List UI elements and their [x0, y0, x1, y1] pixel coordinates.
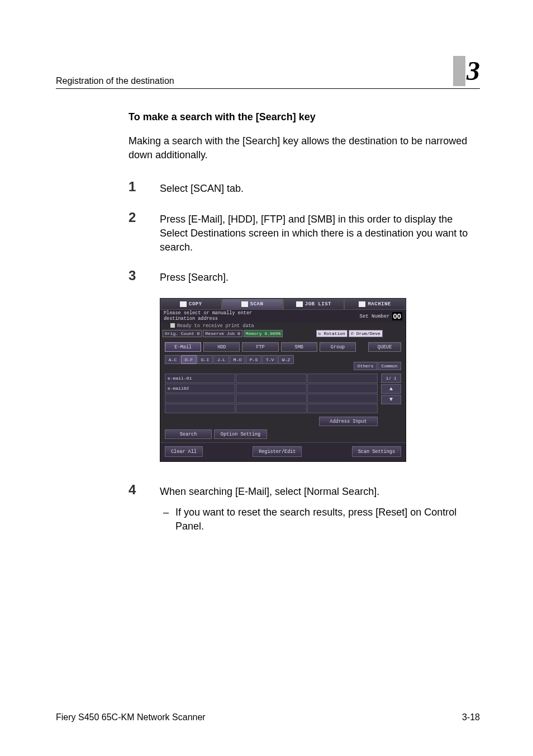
dest-tab-ftp[interactable]: FTP: [242, 342, 278, 352]
alpha-filter[interactable]: A-C: [165, 355, 180, 364]
ready-status: Ready to receive print data: [160, 323, 406, 330]
tab-copy[interactable]: COPY: [160, 299, 222, 310]
step-number: 2: [129, 210, 160, 255]
alpha-filter[interactable]: G-I: [197, 355, 213, 364]
destination-cell[interactable]: [236, 404, 306, 413]
intro-paragraph: Making a search with the [Search] key al…: [129, 134, 480, 162]
destination-cell[interactable]: [165, 404, 235, 413]
scan-icon: [241, 301, 248, 307]
alpha-filter[interactable]: T-V: [262, 355, 278, 364]
page-indicator: 1/ 1: [381, 374, 401, 383]
status-orig-count: Orig. Count 0: [163, 330, 202, 337]
section-heading: To make a search with the [Search] key: [129, 111, 480, 123]
destination-cell[interactable]: [307, 374, 378, 383]
tab-machine[interactable]: MACHINE: [344, 299, 406, 310]
step-text: When searching [E-Mail], select [Normal …: [160, 485, 480, 499]
set-number-label: Set Number: [360, 314, 390, 319]
device-screenshot: COPY SCAN JOB LIST MACHINE Please select…: [160, 298, 406, 462]
chapter-number: 3: [467, 58, 480, 84]
status-drum: ⎚ Drum/Deve: [349, 330, 383, 337]
dest-tab-smb[interactable]: SMB: [281, 342, 317, 352]
step-text: Press [E-Mail], [HDD], [FTP] and [SMB] i…: [160, 210, 480, 255]
dest-tab-hdd[interactable]: HDD: [203, 342, 240, 352]
step-text: Press [Search].: [160, 268, 229, 285]
alpha-filter[interactable]: M-O: [230, 355, 245, 364]
scan-settings-button[interactable]: Scan Settings: [352, 446, 401, 457]
destination-cell[interactable]: [307, 394, 378, 403]
others-button[interactable]: Others: [354, 362, 377, 370]
step-text: Select [SCAN] tab.: [160, 179, 244, 196]
tab-joblist[interactable]: JOB LIST: [283, 299, 345, 310]
destination-cell[interactable]: e-mail02: [165, 384, 235, 393]
status-reserve-job: Reserve Job 0: [203, 330, 242, 337]
bullet-text: If you want to reset the search results,…: [175, 505, 480, 533]
destination-cell[interactable]: [165, 394, 235, 403]
header-section-title: Registration of the destination: [56, 76, 174, 86]
set-number-value: 00: [392, 312, 402, 320]
alpha-filter[interactable]: D-F: [181, 355, 197, 364]
destination-cell[interactable]: [236, 374, 306, 383]
search-button[interactable]: Search: [165, 429, 212, 439]
tab-scan[interactable]: SCAN: [222, 299, 283, 310]
dest-tab-email[interactable]: E-Mail: [165, 342, 201, 352]
queue-button[interactable]: QUEUE: [368, 342, 401, 352]
destination-cell[interactable]: e-mail-01: [165, 374, 235, 383]
destination-cell[interactable]: [236, 384, 306, 393]
alpha-filter[interactable]: W-Z: [278, 355, 294, 364]
step-number: 4: [129, 482, 160, 534]
instruction-message: Please select or manually enter destinat…: [164, 311, 360, 322]
clear-all-button[interactable]: Clear All: [165, 446, 203, 457]
alpha-filter[interactable]: P-S: [246, 355, 261, 364]
copy-icon: [180, 301, 187, 307]
status-memory: Memory 0.000%: [244, 330, 283, 337]
footer-product-name: Fiery S450 65C-KM Network Scanner: [56, 712, 206, 722]
register-edit-button[interactable]: Register/Edit: [253, 446, 302, 457]
destination-cell[interactable]: [236, 394, 306, 403]
step-number: 1: [129, 179, 160, 196]
option-setting-button[interactable]: Option Setting: [214, 429, 267, 439]
destination-cell[interactable]: [307, 404, 378, 413]
step-number: 3: [129, 268, 160, 285]
footer-page-number: 3-18: [462, 712, 480, 722]
page-up-button[interactable]: ▲: [381, 384, 401, 394]
chapter-indicator: 3: [453, 56, 480, 86]
alpha-filter[interactable]: J-L: [213, 355, 229, 364]
bullet-dash: –: [160, 505, 175, 533]
printer-icon: [170, 323, 175, 328]
joblist-icon: [296, 301, 303, 307]
machine-icon: [359, 301, 365, 307]
dest-tab-group[interactable]: Group: [320, 342, 356, 352]
destination-cell[interactable]: [307, 384, 378, 393]
address-input-button[interactable]: Address Input: [319, 417, 378, 426]
common-button[interactable]: Common: [378, 362, 401, 370]
page-down-button[interactable]: ▼: [381, 395, 401, 404]
status-rotation: ↻ Rotation: [316, 330, 348, 337]
